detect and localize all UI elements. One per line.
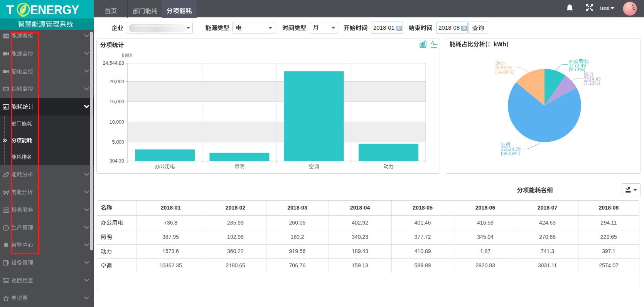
svg-text:20,000: 20,000	[110, 79, 124, 84]
svg-text:10,000: 10,000	[110, 119, 124, 125]
svg-text:5,000: 5,000	[112, 139, 124, 145]
svg-text:304.39: 304.39	[110, 158, 124, 164]
svg-text:24,544.83: 24,544.83	[103, 60, 124, 66]
svg-text:15,000: 15,000	[110, 99, 124, 104]
